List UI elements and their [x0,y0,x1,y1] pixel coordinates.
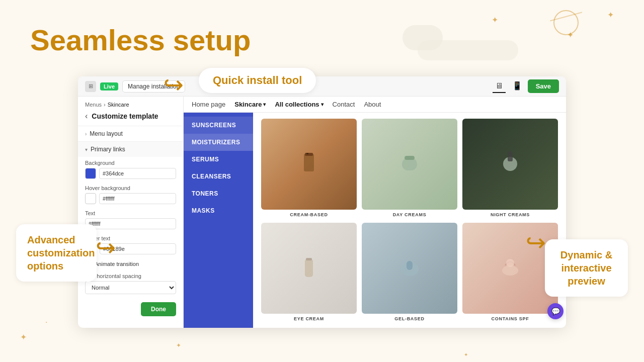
hover-background-field: Hover background [78,182,183,207]
back-button[interactable]: ‹ [85,112,88,121]
product-card-eye-cream[interactable]: EYE CREAM [261,223,357,322]
spacing-label: Link horizontal spacing [85,273,176,279]
primary-links-chevron: ▾ [85,147,88,152]
done-button-row: Done [78,297,183,321]
decor-star-7: ✦ [464,352,468,357]
desktop-icon[interactable]: 🖥 [493,80,506,93]
hover-background-input[interactable] [99,193,176,204]
product-img-gel-based [362,223,457,314]
page-headline: Seamless setup [30,24,251,56]
svg-rect-6 [508,151,513,161]
svg-rect-8 [306,258,312,260]
background-field: Background [78,157,183,182]
product-label-eye-cream: EYE CREAM [294,316,324,321]
nav-collections-chevron: ▾ [321,102,324,107]
background-field-row [85,168,176,179]
nav-collections-label: All collections [275,101,319,108]
menu-layout-section[interactable]: › Menu layout [78,126,183,141]
browser-content: Menus › Skincare ‹ Customize template › … [78,97,566,328]
spacing-select[interactable]: Normal [85,281,176,294]
text-color-input[interactable] [85,218,176,229]
nav-skincare-chevron: ▾ [263,102,266,107]
background-field-label: Background [85,160,176,166]
svg-rect-7 [305,259,313,277]
dynamic-interactive-label: Dynamic & interactive preview [545,239,628,297]
menu-item-toners[interactable]: TONERS [184,185,253,202]
product-img-cream-based [261,119,357,210]
product-card-night-creams[interactable]: NIGHT CREAMS [462,119,558,218]
background-color-input[interactable] [99,168,176,179]
product-card-cream-based[interactable]: CREAM-BASED [261,119,357,218]
panel-title: Customize template [92,112,158,120]
browser-grid-icon: ⊞ [85,81,96,92]
product-label-contains-spf: CONTAINS SPF [492,316,529,321]
primary-links-label: Primary links [91,146,125,153]
hover-background-swatch[interactable] [85,193,96,204]
arrow-dynamic: ↩ [526,228,546,256]
primary-links-section[interactable]: ▾ Primary links [78,141,183,157]
text-field-row [85,218,176,229]
breadcrumb-separator: › [104,102,106,108]
mega-menu-area: SUNSCREENS MOISTURIZERS SERUMS CLEANSERS… [184,113,566,328]
breadcrumb-menus[interactable]: Menus [85,102,102,108]
right-preview: Home page Skincare ▾ All collections ▾ C… [184,97,566,328]
browser-window: ⊞ Live Manage installation 🖥 📱 Save Menu… [78,76,566,328]
decor-star-5: · [45,318,47,327]
decor-star-4: ✦ [20,332,27,342]
menu-layout-label: Menu layout [90,130,122,137]
product-card-gel-based[interactable]: GEL-BASED [362,223,457,322]
decor-star-3: ✦ [607,10,614,20]
product-label-night-creams: NIGHT CREAMS [491,212,530,217]
menu-item-sunscreens[interactable]: SUNSCREENS [184,117,253,134]
panel-title-row: ‹ Customize template [78,110,183,126]
mobile-icon[interactable]: 📱 [511,80,524,93]
product-label-cream-based: CREAM-BASED [290,212,328,217]
toolbar-icons: 🖥 📱 [493,80,524,93]
live-badge: Live [100,82,118,90]
animate-transition-label: Animate transition [95,261,139,267]
left-settings-panel: Menus › Skincare ‹ Customize template › … [78,97,184,328]
decor-star-1: ✦ [492,15,498,25]
arrow-quick-install: ↩ [164,70,184,99]
product-img-night-creams [462,119,558,210]
save-button[interactable]: Save [528,79,559,93]
nav-home[interactable]: Home page [192,101,225,108]
svg-rect-10 [407,261,413,270]
menu-item-serums[interactable]: SERUMS [184,151,253,168]
nav-about[interactable]: About [364,101,381,108]
text-field-label: Text [85,210,176,216]
svg-rect-2 [306,153,308,154]
svg-point-12 [506,259,514,267]
breadcrumb-skincare: Skincare [108,102,129,108]
product-label-gel-based: GEL-BASED [394,316,424,321]
bg-blob-2 [418,40,518,60]
menu-layout-chevron: › [85,131,87,137]
background-color-swatch[interactable] [85,168,96,179]
hover-background-label: Hover background [85,185,176,191]
svg-rect-4 [405,156,415,160]
menu-item-cleansers[interactable]: CLEANSERS [184,168,253,185]
svg-rect-0 [304,154,314,171]
product-label-day-creams: DAY CREAMS [393,212,427,217]
nav-skincare-label: Skincare [234,101,262,108]
quick-install-label: Quick install tool [199,68,316,93]
product-card-day-creams[interactable]: DAY CREAMS [362,119,457,218]
hover-background-row [85,193,176,204]
nav-collections[interactable]: All collections ▾ [275,101,323,108]
chat-widget[interactable]: 💬 [547,303,564,319]
nav-contact[interactable]: Contact [333,101,355,108]
product-grid: CREAM-BASED DAY CREAMS [253,113,566,328]
nav-skincare[interactable]: Skincare ▾ [234,101,266,108]
done-button[interactable]: Done [141,302,176,316]
browser-toolbar: ⊞ Live Manage installation 🖥 📱 Save [78,76,566,97]
svg-rect-1 [305,153,313,156]
decor-star-6: ✦ [176,342,181,349]
product-img-day-creams [362,119,457,210]
menu-item-moisturizers[interactable]: MOISTURIZERS [184,134,253,151]
preview-nav: Home page Skincare ▾ All collections ▾ C… [184,97,566,113]
menu-item-masks[interactable]: MASKS [184,202,253,219]
arrow-advanced: ↪ [96,233,116,261]
menu-sidebar: SUNSCREENS MOISTURIZERS SERUMS CLEANSERS… [184,113,253,328]
advanced-customization-label: Advanced customization options [16,224,97,282]
product-img-eye-cream [261,223,357,314]
